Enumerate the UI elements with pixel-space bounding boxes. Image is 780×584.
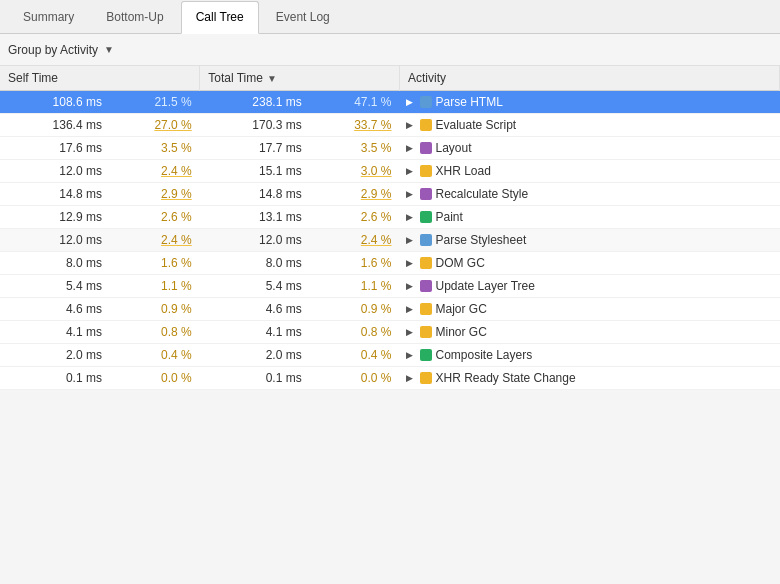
total-time-pct: 0.4 %: [310, 344, 400, 367]
activity-cell: ▶Minor GC: [400, 321, 780, 343]
activity-name-label: Parse Stylesheet: [436, 233, 527, 247]
self-time-value: 12.9 ms: [0, 206, 110, 229]
total-time-pct: 1.1 %: [310, 275, 400, 298]
total-time-value: 4.6 ms: [200, 298, 310, 321]
total-time-pct: 3.5 %: [310, 137, 400, 160]
self-time-pct: 27.0 %: [110, 114, 200, 137]
table-row[interactable]: 14.8 ms2.9 %14.8 ms2.9 %▶Recalculate Sty…: [0, 183, 780, 206]
activity-name-label: Composite Layers: [436, 348, 533, 362]
self-time-value: 8.0 ms: [0, 252, 110, 275]
table-row[interactable]: 12.0 ms2.4 %15.1 ms3.0 %▶XHR Load: [0, 160, 780, 183]
activity-cell: ▶Update Layer Tree: [400, 275, 780, 297]
col-header-self-time[interactable]: Self Time: [0, 66, 200, 91]
self-time-pct: 3.5 %: [110, 137, 200, 160]
table-header-row: Self Time Total Time ▼ Activity: [0, 66, 780, 91]
activity-color-icon: [420, 165, 432, 177]
activity-name-label: Recalculate Style: [436, 187, 529, 201]
expand-arrow-icon[interactable]: ▶: [406, 304, 416, 314]
expand-arrow-icon[interactable]: ▶: [406, 189, 416, 199]
expand-arrow-icon[interactable]: ▶: [406, 350, 416, 360]
total-time-value: 4.1 ms: [200, 321, 310, 344]
table-row[interactable]: 12.0 ms2.4 %12.0 ms2.4 %▶Parse Styleshee…: [0, 229, 780, 252]
self-time-value: 2.0 ms: [0, 344, 110, 367]
table-row[interactable]: 5.4 ms1.1 %5.4 ms1.1 %▶Update Layer Tree: [0, 275, 780, 298]
activity-color-icon: [420, 303, 432, 315]
self-time-value: 136.4 ms: [0, 114, 110, 137]
activity-name-label: DOM GC: [436, 256, 485, 270]
activity-color-icon: [420, 349, 432, 361]
self-time-value: 0.1 ms: [0, 367, 110, 390]
activity-cell: ▶Parse HTML: [400, 91, 780, 113]
expand-arrow-icon[interactable]: ▶: [406, 212, 416, 222]
table-row[interactable]: 108.6 ms21.5 %238.1 ms47.1 %▶Parse HTML: [0, 91, 780, 114]
total-time-pct: 3.0 %: [310, 160, 400, 183]
self-time-value: 4.6 ms: [0, 298, 110, 321]
self-time-value: 12.0 ms: [0, 160, 110, 183]
activity-color-icon: [420, 234, 432, 246]
total-time-value: 170.3 ms: [200, 114, 310, 137]
expand-arrow-icon[interactable]: ▶: [406, 120, 416, 130]
col-header-total-time[interactable]: Total Time ▼: [200, 66, 400, 91]
expand-arrow-icon[interactable]: ▶: [406, 373, 416, 383]
table-row[interactable]: 2.0 ms0.4 %2.0 ms0.4 %▶Composite Layers: [0, 344, 780, 367]
tab-event-log[interactable]: Event Log: [261, 0, 345, 33]
self-time-value: 14.8 ms: [0, 183, 110, 206]
tab-bar: Summary Bottom-Up Call Tree Event Log: [0, 0, 780, 34]
total-time-pct: 1.6 %: [310, 252, 400, 275]
table-row[interactable]: 12.9 ms2.6 %13.1 ms2.6 %▶Paint: [0, 206, 780, 229]
activity-color-icon: [420, 119, 432, 131]
total-time-value: 15.1 ms: [200, 160, 310, 183]
data-table-wrapper: Self Time Total Time ▼ Activity 108.6 ms…: [0, 66, 780, 390]
sort-arrow-icon: ▼: [267, 73, 277, 84]
total-time-pct: 2.6 %: [310, 206, 400, 229]
activity-name-label: XHR Load: [436, 164, 491, 178]
total-time-value: 5.4 ms: [200, 275, 310, 298]
activity-color-icon: [420, 372, 432, 384]
activity-cell: ▶XHR Ready State Change: [400, 367, 780, 389]
col-header-activity[interactable]: Activity: [400, 66, 780, 91]
profiler-panel: Summary Bottom-Up Call Tree Event Log Gr…: [0, 0, 780, 584]
self-time-pct: 2.4 %: [110, 229, 200, 252]
activity-name-label: XHR Ready State Change: [436, 371, 576, 385]
table-row[interactable]: 4.6 ms0.9 %4.6 ms0.9 %▶Major GC: [0, 298, 780, 321]
self-time-value: 12.0 ms: [0, 229, 110, 252]
tab-summary[interactable]: Summary: [8, 0, 89, 33]
expand-arrow-icon[interactable]: ▶: [406, 166, 416, 176]
expand-arrow-icon[interactable]: ▶: [406, 281, 416, 291]
self-time-pct: 2.9 %: [110, 183, 200, 206]
total-time-value: 17.7 ms: [200, 137, 310, 160]
table-row[interactable]: 0.1 ms0.0 %0.1 ms0.0 %▶XHR Ready State C…: [0, 367, 780, 390]
activity-color-icon: [420, 96, 432, 108]
expand-arrow-icon[interactable]: ▶: [406, 143, 416, 153]
self-time-pct: 2.6 %: [110, 206, 200, 229]
expand-arrow-icon[interactable]: ▶: [406, 327, 416, 337]
table-row[interactable]: 17.6 ms3.5 %17.7 ms3.5 %▶Layout: [0, 137, 780, 160]
total-time-value: 13.1 ms: [200, 206, 310, 229]
total-time-pct: 0.8 %: [310, 321, 400, 344]
activity-cell: ▶Paint: [400, 206, 780, 228]
activity-cell: ▶Parse Stylesheet: [400, 229, 780, 251]
group-by-dropdown-arrow[interactable]: ▼: [104, 44, 114, 55]
expand-arrow-icon[interactable]: ▶: [406, 97, 416, 107]
total-time-pct: 33.7 %: [310, 114, 400, 137]
expand-arrow-icon[interactable]: ▶: [406, 235, 416, 245]
total-time-pct: 2.4 %: [310, 229, 400, 252]
activity-color-icon: [420, 211, 432, 223]
call-tree-table: Self Time Total Time ▼ Activity 108.6 ms…: [0, 66, 780, 390]
total-time-pct: 0.0 %: [310, 367, 400, 390]
activity-cell: ▶Evaluate Script: [400, 114, 780, 136]
total-time-pct: 0.9 %: [310, 298, 400, 321]
tab-bottom-up[interactable]: Bottom-Up: [91, 0, 178, 33]
activity-cell: ▶XHR Load: [400, 160, 780, 182]
expand-arrow-icon[interactable]: ▶: [406, 258, 416, 268]
self-time-value: 4.1 ms: [0, 321, 110, 344]
self-time-pct: 2.4 %: [110, 160, 200, 183]
total-time-pct: 47.1 %: [310, 91, 400, 114]
table-row[interactable]: 4.1 ms0.8 %4.1 ms0.8 %▶Minor GC: [0, 321, 780, 344]
activity-cell: ▶DOM GC: [400, 252, 780, 274]
self-time-pct: 1.1 %: [110, 275, 200, 298]
table-row[interactable]: 136.4 ms27.0 %170.3 ms33.7 %▶Evaluate Sc…: [0, 114, 780, 137]
table-row[interactable]: 8.0 ms1.6 %8.0 ms1.6 %▶DOM GC: [0, 252, 780, 275]
group-by-label: Group by Activity: [8, 43, 98, 57]
tab-call-tree[interactable]: Call Tree: [181, 1, 259, 34]
